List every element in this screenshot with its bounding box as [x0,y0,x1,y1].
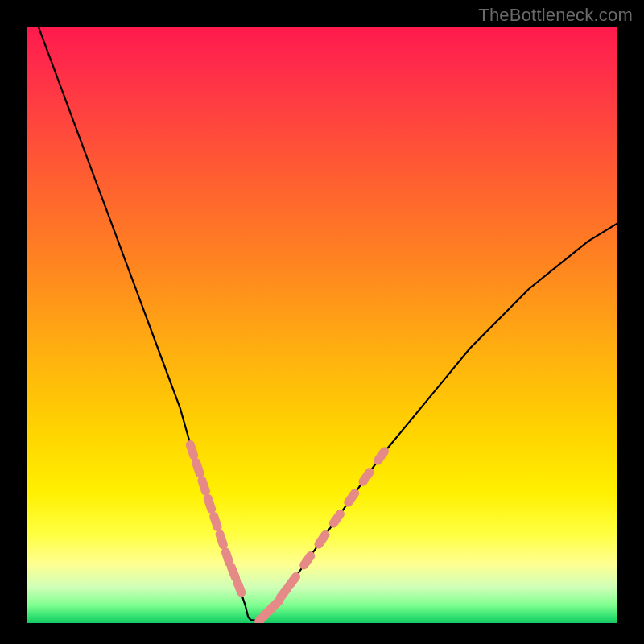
plot-area [27,27,617,623]
overlay-dots-right [259,452,385,621]
bottleneck-curve [27,27,617,620]
chart-frame: TheBottleneck.com [0,0,644,644]
overlay-dots-left [190,445,241,593]
bottleneck-curve-svg [27,27,617,623]
attribution-text: TheBottleneck.com [478,5,633,26]
